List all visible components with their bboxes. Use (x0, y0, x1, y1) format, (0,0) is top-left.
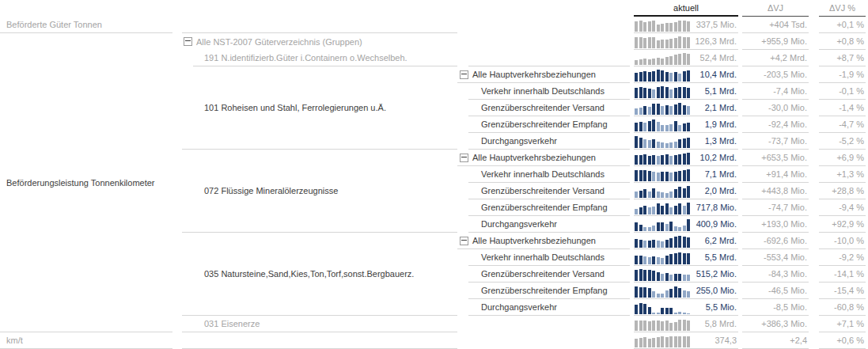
relation-row[interactable]: Grenzüberschreitender Versand (468, 100, 630, 116)
sparkline (635, 36, 692, 48)
sparkline-bar (674, 155, 677, 165)
relation-group-row[interactable]: Alle Hauptverkehrsbeziehungen (457, 233, 630, 249)
sparkline-bar (687, 275, 690, 281)
sparkline-bar (635, 170, 638, 181)
collapse-icon[interactable] (184, 37, 192, 46)
sparkline-bar (674, 336, 677, 347)
sparkline-bar (683, 253, 686, 264)
goods-group-row[interactable]: 031 Eisenerze (182, 316, 457, 332)
sparkline-bar (639, 21, 642, 32)
sparkline-bar (669, 222, 673, 231)
sparkline-bar (674, 22, 677, 32)
sparkline-bar (683, 87, 686, 98)
relation-row[interactable]: Grenzüberschreitender Versand (468, 183, 630, 199)
goods-group-row[interactable]: Alle NST-2007 Güterverzeichnis (Gruppen) (182, 33, 457, 50)
sparkline-bar (687, 70, 690, 82)
column-header-delta-pct[interactable]: ΔVJ % (819, 0, 866, 17)
sparkline-bar (669, 254, 673, 264)
delta-cell: +443,8 Mio. (742, 183, 809, 199)
relation-row[interactable]: Durchgangsverkehr (468, 133, 630, 150)
sparkline-bar (674, 226, 677, 231)
sparkline-bar (661, 206, 664, 214)
relation-row[interactable] (468, 50, 630, 66)
relation-row[interactable]: Durchgangsverkehr (468, 299, 630, 316)
relation-row[interactable]: Durchgangsverkehr (468, 216, 630, 233)
sparkline-bar (657, 87, 660, 98)
delta-cell: +386,3 Mio. (742, 316, 809, 332)
delta-pct-value: -10,0 % (834, 236, 864, 245)
sparkline-bar (665, 321, 669, 331)
sparkline-bar (661, 308, 664, 314)
sparkline-bar (683, 154, 686, 165)
measure-row-header[interactable]: km/t (0, 332, 172, 349)
delta-value: +404 Tsd. (769, 20, 807, 29)
goods-group-row[interactable]: 035 Natursteine,Sand,Kies,Ton,Torf,sonst… (182, 233, 457, 316)
sparkline-bar (639, 338, 642, 347)
sparkline-bar (683, 21, 686, 32)
sparkline-bar (669, 142, 673, 148)
sparkline-bar (657, 70, 660, 82)
relation-row[interactable]: Grenzüberschreitender Empfang (468, 283, 630, 299)
goods-group-row[interactable]: 101 Roheisen und Stahl, Ferrolegierungen… (182, 66, 457, 150)
sparkline-bar (635, 21, 638, 32)
collapse-icon[interactable] (460, 70, 468, 79)
collapse-icon[interactable] (460, 154, 468, 162)
sparkline-bar (669, 23, 673, 32)
relation-row[interactable]: Verkehr innerhalb Deutschlands (468, 83, 630, 100)
delta-pct-value: -60,8 % (834, 302, 864, 312)
relation-row[interactable]: Grenzüberschreitender Empfang (468, 199, 630, 216)
sparkline-bar (639, 207, 642, 214)
sparkline-bar (652, 37, 655, 48)
relation-label: Grenzüberschreitender Empfang (481, 286, 608, 295)
column-header-aktuell[interactable]: aktuell (634, 0, 738, 17)
sparkline-bar (639, 72, 642, 82)
sparkline-bar (669, 192, 673, 198)
relation-row[interactable]: Verkehr innerhalb Deutschlands (468, 166, 630, 183)
delta-pct-cell: +0,1 % (819, 17, 866, 33)
goods-group-row[interactable]: 191 N.identifizierb.Güter i.Containern o… (193, 50, 457, 66)
sparkline-bar (657, 25, 660, 32)
aktuell-cell: 1,3 Mrd. (634, 133, 738, 150)
column-header-delta[interactable]: ΔVJ (742, 0, 809, 17)
sparkline-bar (665, 172, 669, 181)
sparkline-bar (652, 256, 655, 264)
sparkline-bar (683, 170, 686, 181)
sparkline-bar (678, 54, 681, 65)
relation-row[interactable]: Verkehr innerhalb Deutschlands (468, 249, 630, 266)
sparkline-bar (661, 172, 664, 181)
sparkline-bar (687, 153, 690, 165)
measure-row-header[interactable]: Beförderungsleistung Tonnenkilometer (0, 33, 172, 332)
relation-group-row[interactable]: Alle Hauptverkehrsbeziehungen (457, 66, 630, 83)
delta-pct-value: -15,4 % (834, 286, 864, 295)
sparkline-bar (648, 59, 651, 65)
sparkline-bar (661, 192, 664, 198)
sparkline-bar (643, 88, 646, 98)
aktuell-value: 515,2 Mio. (696, 266, 737, 282)
sparkline-bar (665, 40, 669, 48)
sparkline-bar (674, 286, 677, 298)
aktuell-cell: 2,1 Mrd. (634, 100, 738, 116)
sparkline-bar (687, 169, 690, 181)
sparkline-bar (669, 336, 673, 347)
relation-group-row[interactable]: Alle Hauptverkehrsbeziehungen (457, 150, 630, 166)
relation-label: Alle Hauptverkehrsbeziehungen (472, 153, 596, 162)
relation-row[interactable]: Grenzüberschreitender Empfang (468, 116, 630, 133)
delta-value: +2,4 (790, 336, 807, 345)
sparkline-bar (669, 106, 673, 115)
relation-label: Verkehr innerhalb Deutschlands (481, 169, 605, 179)
sparkline-bar (652, 291, 655, 298)
collapse-icon[interactable] (460, 237, 468, 245)
measure-row-header[interactable]: Beförderte Güter Tonnen (0, 17, 172, 33)
relation-row[interactable]: Grenzüberschreitender Versand (468, 266, 630, 283)
goods-group-row[interactable]: 072 Flüssige Mineralölerzeugnisse (182, 150, 457, 233)
sparkline (635, 86, 692, 98)
sparkline-bar (652, 21, 655, 32)
aktuell-cell: 400,9 Mio. (634, 216, 738, 233)
aktuell-value: 337,5 Mio. (696, 17, 737, 32)
sparkline-bar (665, 290, 669, 298)
sparkline-bar (683, 226, 686, 231)
sparkline-bar (648, 270, 651, 281)
sparkline-bar (665, 23, 669, 32)
sparkline-bar (635, 305, 638, 314)
sparkline-bar (639, 321, 642, 331)
